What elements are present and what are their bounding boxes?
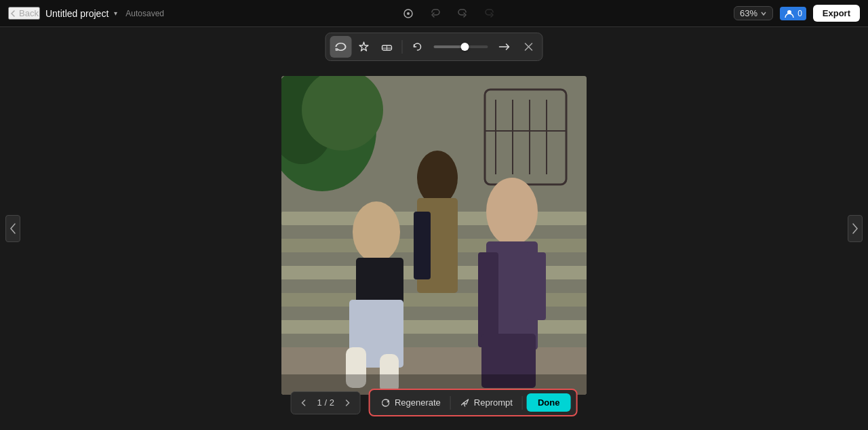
eraser-icon — [381, 41, 393, 53]
page-prev-button[interactable] — [296, 395, 312, 411]
back-label: Back — [19, 8, 39, 18]
bottom-controls: 1 / 2 Regenerate Reprompt Done — [291, 389, 578, 416]
restore-button[interactable] — [407, 36, 429, 58]
action-divider — [450, 396, 451, 410]
redo-icon — [457, 8, 468, 19]
zoom-control[interactable]: 63% — [734, 6, 773, 20]
canvas-area — [0, 27, 868, 430]
flow-icon — [498, 41, 511, 53]
svg-point-1 — [407, 12, 410, 15]
avatar-count: 0 — [797, 9, 802, 18]
header-center — [399, 4, 499, 23]
snap-icon — [402, 7, 414, 20]
zoom-chevron-icon — [760, 10, 767, 17]
svg-marker-3 — [359, 42, 368, 51]
reprompt-button[interactable]: Reprompt — [455, 395, 518, 410]
svg-rect-35 — [478, 252, 498, 347]
svg-rect-17 — [281, 320, 587, 334]
header-left: Back Untitled project ▾ Autosaved — [8, 7, 164, 20]
redo2-button[interactable] — [480, 4, 499, 23]
back-chevron-icon — [9, 10, 16, 17]
project-title: Untitled project — [45, 8, 108, 19]
svg-rect-27 — [414, 212, 431, 279]
reprompt-label: Reprompt — [474, 397, 513, 408]
svg-point-33 — [486, 178, 538, 246]
main-image — [281, 76, 587, 395]
brush-size-slider[interactable] — [434, 45, 488, 48]
snap-button[interactable] — [399, 4, 418, 23]
close-toolbar-button[interactable] — [519, 37, 538, 56]
export-button[interactable]: Export — [813, 5, 860, 22]
image-container — [281, 76, 587, 395]
regenerate-button[interactable]: Regenerate — [376, 395, 446, 410]
svg-point-28 — [353, 201, 400, 262]
project-chevron-icon: ▾ — [114, 9, 117, 17]
svg-rect-21 — [512, 100, 513, 174]
next-page-arrow[interactable] — [848, 215, 863, 242]
action-divider-2 — [522, 396, 523, 410]
done-button[interactable]: Done — [527, 393, 571, 412]
back-button[interactable]: Back — [8, 7, 40, 20]
page-next-button[interactable] — [340, 395, 356, 411]
right-arrow-icon — [852, 223, 859, 234]
undo-icon — [430, 8, 441, 19]
toolbar — [326, 33, 543, 61]
redo-button[interactable] — [453, 4, 472, 23]
regenerate-icon — [381, 398, 391, 408]
zoom-level: 63% — [740, 8, 757, 18]
action-group: Regenerate Reprompt Done — [369, 389, 578, 416]
export-label: Export — [823, 8, 850, 18]
page-indicator: 1 / 2 — [315, 397, 337, 408]
autosaved-status: Autosaved — [125, 9, 164, 18]
lasso-icon — [335, 41, 347, 53]
regenerate-label: Regenerate — [395, 397, 441, 408]
prev-page-arrow[interactable] — [5, 215, 20, 242]
avatar-badge[interactable]: 0 — [780, 7, 806, 20]
page-navigation: 1 / 2 — [291, 391, 361, 414]
scene-svg — [281, 76, 587, 395]
lasso-tool-button[interactable] — [330, 36, 352, 58]
magic-select-icon — [358, 41, 370, 53]
header: Back Untitled project ▾ Autosaved — [0, 0, 868, 27]
svg-rect-36 — [526, 252, 546, 320]
redo2-icon — [484, 8, 495, 19]
undo-button[interactable] — [426, 4, 445, 23]
brush-slider-thumb — [460, 43, 469, 51]
toolbar-separator — [402, 40, 403, 54]
restore-icon — [412, 41, 424, 53]
page-next-icon — [344, 399, 351, 406]
svg-rect-22 — [529, 100, 530, 174]
svg-point-25 — [417, 151, 458, 205]
reprompt-icon — [460, 398, 470, 408]
page-prev-icon — [300, 399, 307, 406]
svg-rect-24 — [485, 130, 566, 132]
svg-rect-23 — [546, 100, 547, 174]
done-label: Done — [538, 397, 560, 408]
eraser-button[interactable] — [376, 36, 398, 58]
flow-button[interactable] — [494, 36, 515, 58]
svg-rect-20 — [495, 100, 496, 174]
close-toolbar-icon — [524, 42, 534, 52]
magic-select-button[interactable] — [353, 36, 375, 58]
header-right: 63% 0 Export — [734, 5, 860, 22]
avatar-icon — [784, 8, 795, 19]
left-arrow-icon — [9, 223, 16, 234]
